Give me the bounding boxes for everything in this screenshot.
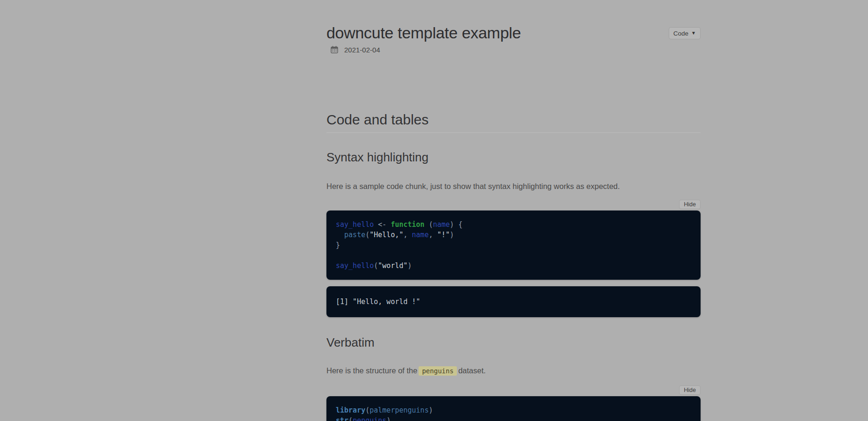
section-divider [326, 132, 701, 133]
verbatim-intro: Here is the structure of thepenguinsdata… [326, 366, 701, 376]
code-menu-label: Code [673, 30, 688, 37]
article-content: downcute template example 2021-02-04 Cod… [326, 0, 701, 421]
verbatim-intro-after: dataset. [458, 366, 486, 375]
code-block-say-hello: say_hello <- function (name) { paste("He… [326, 210, 701, 280]
chevron-down-icon: ▼ [691, 31, 696, 36]
publish-date-row: 2021-02-04 [326, 45, 701, 54]
section-heading-code-and-tables: Code and tables [326, 112, 701, 128]
output-block: [1] "Hello, world !" [326, 286, 701, 317]
syntax-highlighting-intro: Here is a sample code chunk, just to sho… [326, 181, 701, 191]
chunk-toolbar: Hide [326, 200, 701, 209]
output-text: [1] "Hello, world !" [336, 298, 420, 306]
code-block-penguins-str: library(palmerpenguins)str(penguins) [326, 396, 701, 421]
subsection-heading-syntax-highlighting: Syntax highlighting [326, 150, 701, 165]
inline-code-penguins: penguins [419, 366, 456, 376]
verbatim-intro-before: Here is the structure of the [326, 366, 417, 375]
calendar-icon [331, 46, 338, 53]
code-menu-button[interactable]: Code ▼ [669, 27, 701, 39]
chunk-toolbar: Hide [326, 385, 701, 395]
hide-code-button[interactable]: Hide [679, 385, 701, 395]
subsection-heading-verbatim: Verbatim [326, 335, 701, 350]
page-title: downcute template example [326, 23, 701, 42]
hide-code-button[interactable]: Hide [679, 200, 701, 209]
publish-date: 2021-02-04 [344, 46, 380, 54]
